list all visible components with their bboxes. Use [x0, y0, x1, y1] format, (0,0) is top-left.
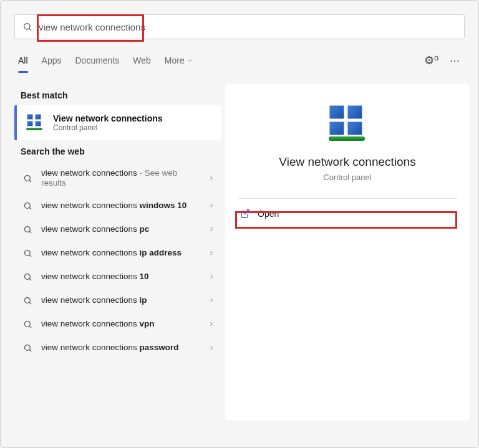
section-best-match: Best match	[14, 84, 221, 105]
web-result-item[interactable]: view network connections vpn	[14, 312, 221, 336]
svg-line-13	[29, 302, 31, 304]
more-options-icon[interactable]: ⋯	[450, 55, 461, 67]
network-connections-icon	[26, 114, 44, 131]
chevron-right-icon	[208, 273, 215, 280]
web-result-text: view network connections	[41, 168, 137, 178]
chevron-right-icon	[208, 320, 215, 328]
search-icon	[23, 201, 32, 211]
network-connections-icon	[327, 105, 367, 143]
chevron-right-icon	[208, 226, 215, 233]
web-result-text: view network connections	[41, 343, 140, 352]
svg-point-6	[25, 226, 31, 232]
web-result-text: view network connections	[41, 295, 140, 305]
chevron-right-icon	[208, 297, 215, 304]
search-bar[interactable]	[14, 14, 465, 39]
chevron-down-icon	[187, 57, 193, 64]
svg-line-3	[29, 180, 31, 182]
open-external-icon	[240, 209, 250, 219]
divider	[238, 198, 457, 199]
web-result-item[interactable]: view network connections windows 10	[14, 194, 221, 217]
svg-line-15	[29, 326, 31, 328]
svg-line-1	[29, 29, 31, 31]
search-icon	[23, 343, 32, 353]
tab-web[interactable]: Web	[133, 52, 151, 69]
svg-line-7	[29, 231, 31, 233]
tab-documents[interactable]: Documents	[75, 52, 119, 69]
best-match-title: View network connections	[53, 113, 163, 123]
svg-point-0	[24, 24, 30, 29]
search-icon	[23, 225, 32, 234]
svg-point-4	[25, 203, 31, 208]
section-search-web: Search the web	[14, 140, 221, 161]
web-result-item[interactable]: view network connections - See web resul…	[14, 163, 221, 194]
chevron-right-icon	[208, 174, 215, 182]
filter-tabs: All Apps Documents Web More ⚙⁰ ⋯	[1, 39, 478, 69]
web-result-item[interactable]: view network connections password	[14, 336, 221, 360]
svg-line-17	[29, 350, 31, 351]
open-action[interactable]: Open	[234, 203, 461, 225]
svg-line-9	[29, 255, 31, 257]
search-icon	[23, 272, 32, 282]
search-settings-icon[interactable]: ⚙⁰	[424, 54, 438, 67]
svg-line-18	[244, 210, 249, 214]
web-result-text: view network connections	[41, 201, 140, 210]
web-result-text: view network connections	[41, 248, 140, 257]
chevron-right-icon	[208, 202, 215, 209]
tab-more-label: More	[165, 55, 185, 65]
svg-line-5	[29, 207, 31, 209]
detail-title: View network connections	[234, 155, 461, 169]
tab-more[interactable]: More	[165, 52, 193, 69]
tab-apps[interactable]: Apps	[42, 52, 62, 69]
web-results-list: view network connections - See web resul…	[14, 163, 221, 360]
svg-point-8	[25, 250, 31, 255]
svg-point-16	[25, 345, 31, 350]
svg-line-11	[29, 279, 31, 280]
web-result-item[interactable]: view network connections 10	[14, 265, 221, 288]
svg-point-2	[25, 175, 31, 181]
detail-panel: View network connections Control panel O…	[225, 84, 470, 421]
tab-all[interactable]: All	[18, 52, 28, 69]
chevron-right-icon	[208, 344, 215, 351]
chevron-right-icon	[208, 249, 215, 257]
best-match-item[interactable]: View network connections Control panel	[14, 105, 221, 140]
open-label: Open	[258, 209, 279, 219]
search-icon	[23, 296, 32, 305]
search-icon	[23, 320, 32, 329]
search-icon	[23, 249, 32, 258]
web-result-text: view network connections	[41, 272, 140, 281]
best-match-subtitle: Control panel	[53, 123, 163, 132]
web-result-text: view network connections	[41, 319, 140, 328]
svg-point-10	[25, 274, 31, 279]
web-result-item[interactable]: view network connections pc	[14, 217, 221, 241]
web-result-item[interactable]: view network connections ip address	[14, 241, 221, 265]
search-icon	[23, 174, 32, 183]
search-icon	[22, 22, 32, 32]
svg-point-12	[25, 297, 31, 303]
detail-subtitle: Control panel	[234, 173, 461, 182]
results-panel: Best match View network connections Cont…	[14, 84, 221, 421]
web-result-item[interactable]: view network connections ip	[14, 288, 221, 312]
web-result-text: view network connections	[41, 224, 140, 234]
svg-point-14	[25, 321, 31, 326]
search-input[interactable]	[39, 22, 457, 32]
